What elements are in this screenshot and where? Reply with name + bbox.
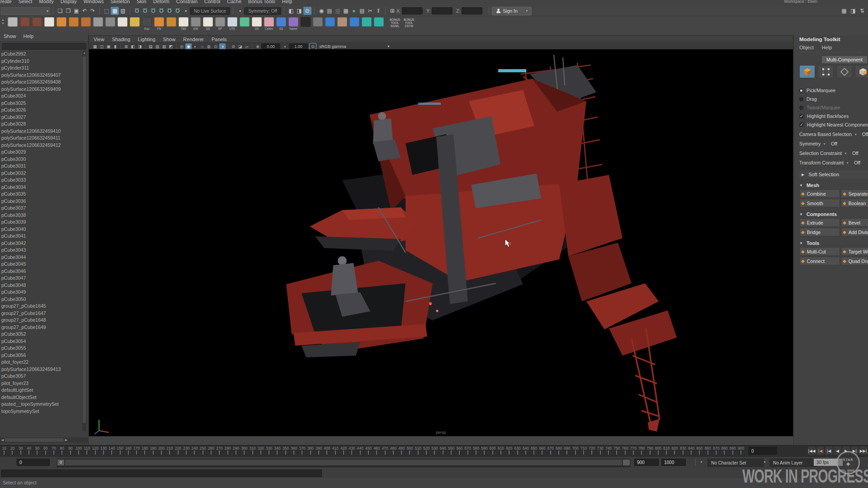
shelf-tab-arrows[interactable]: ▲▼	[1, 19, 5, 25]
new-scene-icon[interactable]: ❏	[56, 7, 64, 15]
shelf-tool-button[interactable]	[80, 17, 92, 30]
outliner-horizontal-scrollbar[interactable]: ◀ ▶	[0, 437, 89, 443]
render-view-icon[interactable]: ◉	[317, 7, 326, 15]
outliner-item[interactable]: pCube3052	[0, 331, 82, 338]
menu-item[interactable]: Deform	[153, 0, 170, 4]
launch-app-icon[interactable]: ✂	[366, 7, 374, 15]
menu-item[interactable]: Bonus Tools	[248, 0, 275, 4]
scroll-left-icon[interactable]: ◀	[0, 438, 5, 442]
outliner-item[interactable]: polySurface1206632459408	[0, 79, 82, 86]
select-camera-icon[interactable]: ▦	[92, 43, 98, 49]
motion-blur-icon[interactable]: ◑	[219, 43, 226, 49]
snap-surface-icon[interactable]: Ω	[174, 7, 182, 15]
viewport-menu-item[interactable]: View	[94, 37, 104, 42]
animation-start-field[interactable]: 0	[17, 459, 50, 466]
playback-button[interactable]: |◀	[816, 446, 824, 455]
isolate-select-icon[interactable]: ⊘	[230, 43, 236, 49]
shelf-tool-button[interactable]	[349, 17, 360, 30]
outliner-item[interactable]: pCube3055	[0, 345, 82, 352]
menu-item[interactable]: Modify	[39, 0, 53, 4]
outliner-item[interactable]: polySurface1206632459413	[0, 366, 82, 373]
playback-end-field[interactable]: 900	[634, 459, 659, 466]
oversan-icon[interactable]: ◨	[137, 43, 143, 49]
exposure-icon[interactable]: ⊕	[255, 43, 261, 49]
shelf-tool-button[interactable]	[92, 17, 104, 30]
open-scene-icon[interactable]: ❐	[64, 7, 72, 15]
menu-item[interactable]: Constrain	[176, 0, 198, 4]
pick-marquee-radio[interactable]: Pick/Marquee	[799, 88, 868, 93]
snap-view-icon[interactable]: Ω	[165, 7, 174, 15]
shelf-tool-button[interactable]	[239, 17, 250, 30]
playback-range-slider[interactable]: 0	[57, 459, 630, 467]
outliner-item[interactable]: polySurface1206632459412	[0, 142, 82, 149]
2d-pan-zoom-icon[interactable]: ◧	[130, 43, 136, 49]
outliner-item[interactable]: pCube3026	[0, 107, 82, 114]
shelf-tool-button[interactable]	[31, 17, 43, 30]
shelf-tool-button[interactable]: DS	[202, 17, 214, 30]
ipr-render-icon[interactable]: ▥	[334, 7, 342, 15]
tool-button[interactable]: ◆Quad Draw	[841, 257, 868, 265]
mesh-tool-button[interactable]: ◆Smooth	[799, 199, 840, 207]
outliner-item[interactable]: pCube3028	[0, 121, 82, 128]
bonus-tools-labels[interactable]: BONUS TOOL SGNIL BONUS TOOL CSTM	[390, 18, 414, 28]
outliner-item[interactable]: pilot_foyer23	[0, 380, 82, 387]
shelf-tool-button[interactable]	[68, 17, 80, 30]
save-scene-icon[interactable]: ▣	[72, 7, 80, 15]
component-tool-button[interactable]: ◆Bevel	[841, 218, 868, 227]
menu-item[interactable]: Display	[61, 0, 77, 4]
shelf-tool-button[interactable]	[300, 17, 311, 30]
outliner-item[interactable]: group27_pCube1648	[0, 317, 82, 324]
shelf-tool-button[interactable]	[19, 17, 31, 30]
shaded-icon[interactable]: ◉	[185, 43, 192, 49]
screen-space-ao-icon[interactable]: ⊙	[212, 43, 219, 49]
highlight-backfaces-checkbox[interactable]: ✓ Highlight Backfaces	[799, 113, 868, 119]
component-tool-button[interactable]: ◆Bridge	[799, 228, 840, 236]
shelf-tool-button[interactable]	[43, 17, 55, 30]
symmetry-chevron-icon[interactable]: ▾	[236, 7, 244, 15]
outliner-item[interactable]: pCylinder311	[0, 65, 82, 72]
perspective-viewport[interactable]: ViewShadingLightingShowRendererPanels ▦ …	[89, 35, 793, 436]
shadows-icon[interactable]: ◍	[206, 43, 212, 49]
object-mode-button[interactable]	[799, 65, 815, 78]
live-surface-field[interactable]: No Live Surface	[190, 7, 230, 15]
menu-item[interactable]: Skeleton	[110, 0, 130, 4]
viewport-menu-item[interactable]: Lighting	[138, 37, 156, 42]
outliner-item[interactable]: group27_pCube1647	[0, 310, 82, 317]
animation-end-field[interactable]: 1000	[661, 459, 686, 466]
current-frame-field[interactable]: 0	[749, 447, 777, 455]
input-connections-icon[interactable]: ◧	[287, 7, 295, 15]
symmetry-dropdown[interactable]: Symmetry ▼ Off	[799, 141, 868, 146]
outliner-item[interactable]: pCube3029	[0, 149, 82, 156]
lights-icon[interactable]: ☼	[199, 43, 205, 49]
menu-item[interactable]: Create	[0, 0, 12, 4]
render-sequence-icon[interactable]: ▤	[358, 7, 366, 15]
view-transform-dropdown[interactable]: sRGB gamma ▼	[316, 43, 393, 49]
shelf-tool-button[interactable]	[7, 17, 19, 30]
wireframe-icon[interactable]: ◎	[179, 43, 185, 49]
gate-mask-icon[interactable]: ▤	[147, 43, 154, 49]
playback-button[interactable]: ▶▶|	[859, 446, 867, 455]
outliner-item[interactable]: pCube3046	[0, 268, 82, 275]
shelf-tool-button[interactable]	[56, 17, 67, 30]
toolkit-menu-help[interactable]: Help	[822, 45, 832, 50]
outliner-item[interactable]: pCube3042	[0, 240, 82, 247]
gamma-icon[interactable]: ◐	[282, 43, 288, 49]
gamma-field[interactable]: 1.00	[289, 43, 308, 49]
xray-icon[interactable]: ◪	[237, 43, 243, 49]
shelf-tool-button[interactable]	[165, 17, 177, 30]
symmetry-field[interactable]: Symmetry: Off	[244, 7, 281, 15]
tool-button[interactable]: ◆Target Weld	[841, 247, 868, 256]
outliner-item[interactable]: defaultLightSet	[0, 387, 82, 394]
snap-options-chevron-icon[interactable]: ▾	[182, 7, 190, 15]
image-plane-icon[interactable]: ⊞	[123, 43, 129, 49]
shelf-tool-button[interactable]	[129, 17, 141, 30]
shelf-tool-button[interactable]: FN	[153, 17, 165, 30]
snap-point-icon[interactable]: Ω	[149, 7, 157, 15]
outliner-item[interactable]: pCube3057	[0, 373, 82, 380]
shelf-tool-button[interactable]: UTE	[226, 17, 238, 30]
shelf-tool-button[interactable]	[117, 17, 128, 30]
camera-based-selection-dropdown[interactable]: Camera Based Selection ▼ Off	[799, 131, 868, 137]
outliner-item[interactable]: pCube3038	[0, 212, 82, 219]
outliner-item[interactable]: polySurface1206632459411	[0, 135, 82, 142]
multi-component-tab[interactable]: Multi-Component	[822, 56, 867, 63]
